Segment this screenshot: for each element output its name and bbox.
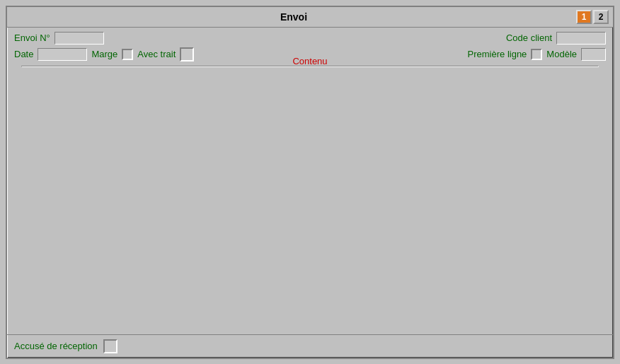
marge-label: Marge [91, 49, 117, 59]
date-input[interactable] [38, 48, 87, 61]
envoi-input[interactable] [54, 32, 104, 45]
code-client-input[interactable] [556, 32, 606, 45]
avec-trait-label: Avec trait [137, 49, 176, 59]
premiere-ligne-label: Première ligne [468, 49, 527, 59]
accuse-checkbox[interactable] [103, 339, 117, 353]
envoi-label: Envoi N° [14, 33, 50, 43]
modele-input[interactable] [581, 48, 606, 61]
main-window: Envoi 1 2 Envoi N° Code client Date Marg… [6, 6, 614, 359]
marge-checkbox[interactable] [122, 49, 133, 60]
button-2[interactable]: 2 [593, 10, 609, 24]
bottom-area: Accusé de réception [7, 334, 613, 358]
avec-trait-checkbox[interactable] [180, 47, 194, 61]
window-title: Envoi [11, 11, 576, 23]
date-label: Date [14, 49, 33, 59]
content-wrapper: Contenu [14, 66, 606, 331]
button-1[interactable]: 1 [576, 10, 592, 24]
modele-label: Modèle [546, 49, 577, 59]
form-row-1: Envoi N° Code client [14, 32, 606, 45]
title-buttons: 1 2 [576, 10, 609, 24]
accuse-label: Accusé de réception [14, 341, 98, 351]
code-client-label: Code client [506, 33, 552, 43]
premiere-ligne-checkbox[interactable] [531, 49, 542, 60]
content-area [21, 66, 599, 67]
contenu-tab: Contenu [289, 56, 330, 66]
title-bar: Envoi 1 2 [7, 7, 613, 28]
